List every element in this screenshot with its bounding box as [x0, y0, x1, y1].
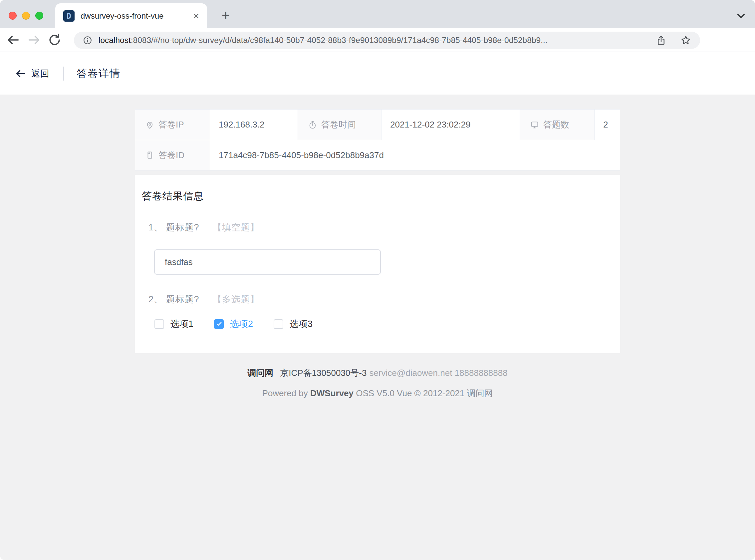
question-1-number: 1、: [148, 222, 163, 233]
location-pin-icon: [145, 120, 155, 129]
answer-ip-label-cell: 答卷IP: [135, 109, 210, 140]
checkbox-option-1[interactable]: 选项1: [155, 318, 193, 330]
answer-ip-value-cell: 192.168.3.2: [210, 109, 298, 140]
answer-id-value: 171a4c98-7b85-4405-b98e-0d52b8b9a37d: [219, 150, 384, 160]
url-path: :8083/#/no-top/dw-survey/d/data/c98fa140…: [131, 36, 548, 45]
answer-time-label-cell: 答卷时间: [298, 109, 382, 140]
new-tab-button[interactable]: +: [217, 7, 234, 25]
zoom-window-button[interactable]: [35, 12, 43, 20]
back-label: 返回: [31, 67, 49, 80]
footer-icp: 京ICP备13050030号-3: [280, 368, 367, 378]
browser-tab[interactable]: D dwsurvey-oss-front-vue ×: [55, 3, 207, 28]
answer-id-label: 答卷ID: [159, 149, 184, 161]
checkbox-group: 选项1 选项2 选项3: [155, 318, 312, 330]
tab-title: dwsurvey-oss-front-vue: [81, 11, 188, 21]
back-button[interactable]: 返回: [15, 67, 49, 80]
bookmark-star-icon[interactable]: [680, 35, 691, 46]
checkbox-icon[interactable]: [274, 319, 283, 329]
footer-brand: DWSurvey: [310, 388, 353, 398]
answer-count-label: 答题数: [543, 119, 569, 131]
tag-icon: [145, 151, 155, 160]
monitor-icon: [530, 120, 539, 129]
url-text: localhost:8083/#/no-top/dw-survey/d/data…: [99, 36, 642, 45]
answer-ip-value: 192.168.3.2: [219, 120, 264, 130]
favicon-icon: D: [63, 10, 75, 22]
checkbox-label[interactable]: 选项2: [230, 318, 253, 330]
question-1-type-tag: 【填空题】: [213, 222, 259, 233]
question-2-number: 2、: [148, 294, 163, 304]
checkbox-icon[interactable]: [155, 319, 164, 329]
answer-time-value-cell: 2021-12-02 23:02:29: [382, 109, 520, 140]
answer-time-value: 2021-12-02 23:02:29: [390, 120, 470, 130]
answer-id-value-cell: 171a4c98-7b85-4405-b98e-0d52b8b9a37d: [210, 140, 620, 170]
question-2-text: 题标题?: [166, 294, 199, 304]
reload-icon[interactable]: [47, 33, 62, 47]
forward-icon[interactable]: [27, 33, 41, 47]
footer-powered-suffix: OSS V5.0 Vue © 2012-2021 调问网: [353, 388, 493, 398]
footer-powered-line: Powered by DWSurvey OSS V5.0 Vue © 2012-…: [0, 387, 755, 399]
url-bar[interactable]: localhost:8083/#/no-top/dw-survey/d/data…: [74, 32, 700, 49]
checkbox-option-2[interactable]: 选项2: [214, 318, 253, 330]
result-card: 答卷结果信息 1、 题标题? 【填空题】 2、 题标题? 【多选题】 选项1: [135, 175, 620, 353]
answer-time-label: 答卷时间: [321, 119, 356, 131]
tab-close-icon[interactable]: ×: [193, 11, 199, 21]
answer-input[interactable]: [154, 249, 381, 275]
tab-search-chevron-icon[interactable]: [734, 9, 748, 19]
share-icon[interactable]: [655, 35, 667, 46]
question-2-title: 2、 题标题? 【多选题】: [148, 293, 259, 305]
answer-count-value-cell: 2: [595, 109, 620, 140]
table-row: 答卷IP 192.168.3.2 答卷时间 2021-12-02 23:02:2…: [135, 109, 620, 140]
page-header: 返回 答卷详情: [0, 52, 755, 95]
footer-powered-prefix: Powered by: [262, 388, 310, 398]
table-row: 答卷ID 171a4c98-7b85-4405-b98e-0d52b8b9a37…: [135, 140, 620, 170]
close-window-button[interactable]: [9, 12, 17, 20]
browser-toolbar: localhost:8083/#/no-top/dw-survey/d/data…: [0, 28, 755, 52]
back-icon[interactable]: [6, 33, 21, 47]
footer-contact: service@diaowen.net 18888888888: [369, 368, 507, 378]
question-1-title: 1、 题标题? 【填空题】: [148, 221, 259, 233]
checkbox-icon[interactable]: [214, 319, 224, 329]
answer-ip-label: 答卷IP: [159, 119, 184, 131]
url-host: localhost: [99, 36, 131, 45]
site-info-icon[interactable]: [83, 35, 93, 45]
stopwatch-icon: [308, 120, 317, 129]
footer-site-line: 调问网京ICP备13050030号-3service@diaowen.net 1…: [0, 367, 755, 379]
answer-count-value: 2: [603, 120, 608, 130]
back-arrow-icon: [15, 67, 27, 80]
checkbox-option-3[interactable]: 选项3: [274, 318, 312, 330]
page-title: 答卷详情: [77, 66, 121, 81]
result-card-title: 答卷结果信息: [142, 189, 204, 203]
checkbox-label[interactable]: 选项1: [170, 318, 193, 330]
minimize-window-button[interactable]: [22, 12, 30, 20]
footer-site-name: 调问网: [247, 368, 273, 378]
answer-count-label-cell: 答题数: [520, 109, 595, 140]
question-2-type-tag: 【多选题】: [213, 294, 259, 304]
traffic-lights: [9, 12, 43, 20]
header-divider: [63, 66, 64, 81]
answer-meta-table: 答卷IP 192.168.3.2 答卷时间 2021-12-02 23:02:2…: [135, 109, 620, 171]
answer-id-label-cell: 答卷ID: [135, 140, 210, 170]
checkbox-label[interactable]: 选项3: [290, 318, 312, 330]
page-content: 答卷IP 192.168.3.2 答卷时间 2021-12-02 23:02:2…: [0, 95, 755, 560]
question-1-text: 题标题?: [166, 222, 199, 233]
tab-strip: D dwsurvey-oss-front-vue × +: [0, 0, 755, 28]
browser-window: D dwsurvey-oss-front-vue × + localhost:8…: [0, 0, 755, 560]
